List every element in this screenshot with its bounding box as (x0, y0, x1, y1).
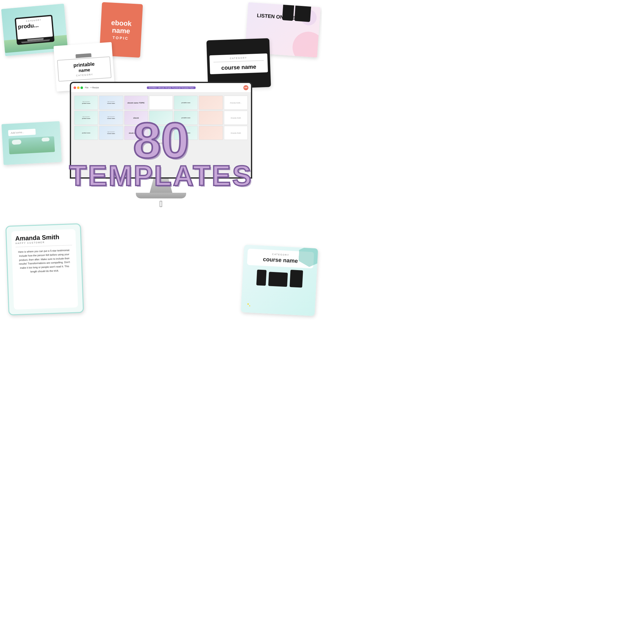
testimonial-role: HAPPY CUSTOMER (15, 240, 72, 244)
thumb-15: product name (74, 126, 98, 140)
thumb-13 (199, 111, 223, 125)
page-indicator: Page 1 / 70 (73, 142, 249, 144)
thumb-1: CATEGORY product name (74, 96, 98, 110)
ebook-line2: name (111, 27, 131, 36)
thumb-grid: CATEGORY product name CATEGORY course na… (73, 94, 249, 142)
printable-name: printable (63, 61, 105, 69)
printable-category: CATEGORY (64, 72, 106, 77)
testimonial-name: Amanda Smith (15, 233, 72, 242)
imac-content: CATEGORY product name CATEGORY course na… (71, 92, 251, 177)
thumb-8: CATEGORY product name (74, 111, 98, 125)
avatar-hr: HR (243, 85, 248, 90)
thumb-9: CATEGORY course name (99, 111, 123, 125)
ebook-line1: ebook (111, 19, 132, 28)
thumb-3: ebook name TOPIC (124, 96, 148, 110)
thumb-6 (199, 96, 223, 110)
thumb-11 (149, 111, 173, 125)
imac-base (136, 193, 186, 198)
course-tr-name: course name (214, 63, 264, 72)
canva-resize[interactable]: + Resize (90, 86, 99, 89)
thumb-2: CATEGORY course name (99, 96, 123, 110)
canva-title: SHARED: Ultimate Shopify Thumbnail Templ… (147, 86, 196, 89)
imac-stand (148, 179, 174, 193)
thumb-21: Amanda Smith (224, 126, 248, 140)
printable-label: name (63, 66, 106, 74)
course-br-category: CATEGORY (251, 252, 311, 257)
thumb-20 (199, 126, 223, 140)
course-br-name: course name (250, 255, 311, 265)
card-listen: LISTEN ON-THE-GO! (245, 2, 321, 58)
canva-file[interactable]: File (85, 86, 88, 89)
card-course-br: CATEGORY course name (241, 245, 318, 316)
imac-screen: File + Resize SHARED: Ultimate Shopify T… (71, 83, 251, 177)
thumb-12: printable name (174, 111, 198, 125)
monitor-category-label: CATEGORY (17, 18, 50, 23)
course-tr-category: CATEGORY (213, 56, 264, 60)
imac-display: File + Resize SHARED: Ultimate Shopify T… (70, 82, 252, 209)
thumb-4 (149, 96, 173, 110)
testimonial-text: Here is where you can put a 5-star testi… (16, 248, 73, 275)
thumb-18 (149, 126, 173, 140)
thumb-17: ebook name TOPIC (124, 126, 148, 140)
thumb-19: printable name (174, 126, 198, 140)
card-ebook: ebook name TOPIC (99, 2, 143, 58)
card-product-monitor: CATEGORY produ... (1, 4, 68, 56)
ebook-line3: TOPIC (110, 36, 131, 41)
thumb-16: CATEGORY course name (99, 126, 123, 140)
thumb-14: Amanda Smith (224, 111, 248, 125)
card-testimonial: Amanda Smith HAPPY CUSTOMER Here is wher… (5, 223, 84, 315)
listen-title: LISTEN ON-THE-GO! (257, 12, 310, 22)
thumb-5: printable name (174, 96, 198, 110)
card-left-middle: Add some... (2, 121, 62, 165)
apple-logo:  (70, 199, 252, 209)
thumb-10: ebook (124, 111, 148, 125)
monitor-product-name: produ... (18, 21, 51, 30)
canva-toolbar: File + Resize SHARED: Ultimate Shopify T… (71, 83, 251, 92)
thumb-7: Amanda Smith... (224, 96, 248, 110)
